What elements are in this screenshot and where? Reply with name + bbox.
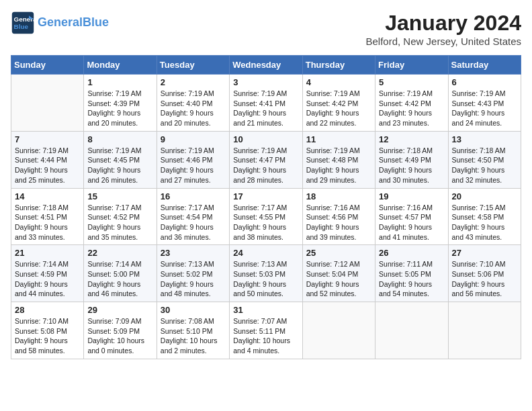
day-info: Sunrise: 7:19 AM Sunset: 4:41 PM Dayligh…: [233, 89, 298, 128]
calendar-cell: 29Sunrise: 7:09 AM Sunset: 5:09 PM Dayli…: [84, 302, 157, 359]
calendar-cell: 5Sunrise: 7:19 AM Sunset: 4:42 PM Daylig…: [375, 75, 448, 132]
day-info: Sunrise: 7:18 AM Sunset: 4:49 PM Dayligh…: [379, 146, 444, 185]
calendar-cell: [11, 75, 84, 132]
day-info: Sunrise: 7:17 AM Sunset: 4:54 PM Dayligh…: [161, 203, 226, 242]
col-friday: Friday: [375, 56, 448, 75]
day-info: Sunrise: 7:18 AM Sunset: 4:50 PM Dayligh…: [452, 146, 517, 185]
calendar-cell: 23Sunrise: 7:13 AM Sunset: 5:02 PM Dayli…: [157, 245, 229, 302]
day-number: 24: [233, 248, 298, 258]
header: General Blue GeneralBlue January 2024 Be…: [11, 11, 521, 47]
calendar-cell: 20Sunrise: 7:15 AM Sunset: 4:58 PM Dayli…: [448, 188, 521, 245]
day-number: 13: [452, 134, 517, 144]
title-area: January 2024 Belford, New Jersey, United…: [366, 11, 522, 47]
calendar-week-4: 21Sunrise: 7:14 AM Sunset: 4:59 PM Dayli…: [11, 245, 521, 302]
day-info: Sunrise: 7:17 AM Sunset: 4:55 PM Dayligh…: [233, 203, 298, 242]
day-number: 10: [233, 134, 298, 144]
day-number: 2: [161, 77, 226, 87]
day-info: Sunrise: 7:19 AM Sunset: 4:46 PM Dayligh…: [161, 146, 226, 185]
day-number: 16: [161, 191, 226, 201]
day-number: 4: [306, 77, 371, 87]
day-info: Sunrise: 7:19 AM Sunset: 4:40 PM Dayligh…: [161, 89, 226, 128]
day-number: 3: [233, 77, 298, 87]
calendar-cell: [302, 302, 375, 359]
calendar-cell: [448, 302, 521, 359]
day-number: 19: [379, 191, 444, 201]
calendar-week-1: 1Sunrise: 7:19 AM Sunset: 4:39 PM Daylig…: [11, 75, 521, 132]
day-number: 7: [15, 134, 80, 144]
day-number: 29: [87, 305, 152, 315]
calendar-cell: 6Sunrise: 7:19 AM Sunset: 4:43 PM Daylig…: [448, 75, 521, 132]
calendar-cell: 15Sunrise: 7:17 AM Sunset: 4:52 PM Dayli…: [84, 188, 157, 245]
calendar-cell: 21Sunrise: 7:14 AM Sunset: 4:59 PM Dayli…: [11, 245, 84, 302]
day-number: 20: [452, 191, 517, 201]
calendar-week-2: 7Sunrise: 7:19 AM Sunset: 4:44 PM Daylig…: [11, 131, 521, 188]
calendar-cell: 24Sunrise: 7:13 AM Sunset: 5:03 PM Dayli…: [230, 245, 302, 302]
calendar-cell: 9Sunrise: 7:19 AM Sunset: 4:46 PM Daylig…: [157, 131, 229, 188]
calendar-cell: 22Sunrise: 7:14 AM Sunset: 5:00 PM Dayli…: [84, 245, 157, 302]
day-number: 6: [452, 77, 517, 87]
calendar-cell: 30Sunrise: 7:08 AM Sunset: 5:10 PM Dayli…: [157, 302, 229, 359]
calendar-cell: 19Sunrise: 7:16 AM Sunset: 4:57 PM Dayli…: [375, 188, 448, 245]
col-saturday: Saturday: [448, 56, 521, 75]
day-number: 8: [87, 134, 152, 144]
day-number: 28: [15, 305, 80, 315]
day-info: Sunrise: 7:19 AM Sunset: 4:39 PM Dayligh…: [87, 89, 152, 128]
calendar-cell: 3Sunrise: 7:19 AM Sunset: 4:41 PM Daylig…: [230, 75, 302, 132]
calendar-cell: 4Sunrise: 7:19 AM Sunset: 4:42 PM Daylig…: [302, 75, 375, 132]
calendar-cell: 12Sunrise: 7:18 AM Sunset: 4:49 PM Dayli…: [375, 131, 448, 188]
calendar-cell: 16Sunrise: 7:17 AM Sunset: 4:54 PM Dayli…: [157, 188, 229, 245]
col-monday: Monday: [84, 56, 157, 75]
col-tuesday: Tuesday: [157, 56, 229, 75]
calendar-cell: 8Sunrise: 7:19 AM Sunset: 4:45 PM Daylig…: [84, 131, 157, 188]
day-info: Sunrise: 7:13 AM Sunset: 5:03 PM Dayligh…: [233, 259, 298, 299]
day-number: 25: [306, 248, 371, 258]
calendar-week-3: 14Sunrise: 7:18 AM Sunset: 4:51 PM Dayli…: [11, 188, 521, 245]
day-number: 5: [379, 77, 444, 87]
day-number: 27: [452, 248, 517, 258]
day-info: Sunrise: 7:17 AM Sunset: 4:52 PM Dayligh…: [87, 203, 152, 242]
calendar-title: January 2024: [366, 11, 522, 36]
calendar-cell: 27Sunrise: 7:10 AM Sunset: 5:06 PM Dayli…: [448, 245, 521, 302]
calendar-cell: [375, 302, 448, 359]
col-sunday: Sunday: [11, 56, 84, 75]
calendar-cell: 14Sunrise: 7:18 AM Sunset: 4:51 PM Dayli…: [11, 188, 84, 245]
day-info: Sunrise: 7:16 AM Sunset: 4:56 PM Dayligh…: [306, 203, 371, 242]
day-number: 17: [233, 191, 298, 201]
svg-text:Blue: Blue: [14, 23, 29, 30]
calendar-cell: 28Sunrise: 7:10 AM Sunset: 5:08 PM Dayli…: [11, 302, 84, 359]
calendar-cell: 2Sunrise: 7:19 AM Sunset: 4:40 PM Daylig…: [157, 75, 229, 132]
day-info: Sunrise: 7:11 AM Sunset: 5:05 PM Dayligh…: [379, 259, 444, 299]
day-info: Sunrise: 7:19 AM Sunset: 4:48 PM Dayligh…: [306, 146, 371, 185]
day-number: 11: [306, 134, 371, 144]
logo: General Blue GeneralBlue: [11, 11, 109, 35]
day-number: 15: [87, 191, 152, 201]
day-number: 23: [161, 248, 226, 258]
calendar-cell: 1Sunrise: 7:19 AM Sunset: 4:39 PM Daylig…: [84, 75, 157, 132]
day-number: 26: [379, 248, 444, 258]
day-info: Sunrise: 7:10 AM Sunset: 5:06 PM Dayligh…: [452, 259, 517, 299]
calendar-cell: 31Sunrise: 7:07 AM Sunset: 5:11 PM Dayli…: [230, 302, 302, 359]
day-info: Sunrise: 7:15 AM Sunset: 4:58 PM Dayligh…: [452, 203, 517, 242]
day-info: Sunrise: 7:18 AM Sunset: 4:51 PM Dayligh…: [15, 203, 80, 242]
day-info: Sunrise: 7:14 AM Sunset: 5:00 PM Dayligh…: [87, 259, 152, 299]
calendar-week-5: 28Sunrise: 7:10 AM Sunset: 5:08 PM Dayli…: [11, 302, 521, 359]
col-thursday: Thursday: [302, 56, 375, 75]
logo-icon: General Blue: [11, 11, 35, 35]
day-number: 9: [161, 134, 226, 144]
day-info: Sunrise: 7:10 AM Sunset: 5:08 PM Dayligh…: [15, 316, 80, 356]
day-info: Sunrise: 7:08 AM Sunset: 5:10 PM Dayligh…: [161, 316, 226, 356]
calendar-cell: 13Sunrise: 7:18 AM Sunset: 4:50 PM Dayli…: [448, 131, 521, 188]
calendar-subtitle: Belford, New Jersey, United States: [366, 36, 522, 47]
day-info: Sunrise: 7:12 AM Sunset: 5:04 PM Dayligh…: [306, 259, 371, 299]
day-info: Sunrise: 7:19 AM Sunset: 4:42 PM Dayligh…: [306, 89, 371, 128]
day-info: Sunrise: 7:07 AM Sunset: 5:11 PM Dayligh…: [233, 316, 298, 356]
day-info: Sunrise: 7:09 AM Sunset: 5:09 PM Dayligh…: [87, 316, 152, 356]
calendar-cell: 17Sunrise: 7:17 AM Sunset: 4:55 PM Dayli…: [230, 188, 302, 245]
day-number: 22: [87, 248, 152, 258]
day-info: Sunrise: 7:19 AM Sunset: 4:42 PM Dayligh…: [379, 89, 444, 128]
day-number: 30: [161, 305, 226, 315]
calendar-cell: 25Sunrise: 7:12 AM Sunset: 5:04 PM Dayli…: [302, 245, 375, 302]
day-info: Sunrise: 7:19 AM Sunset: 4:43 PM Dayligh…: [452, 89, 517, 128]
day-number: 21: [15, 248, 80, 258]
logo-text-line1: GeneralBlue: [38, 16, 109, 30]
